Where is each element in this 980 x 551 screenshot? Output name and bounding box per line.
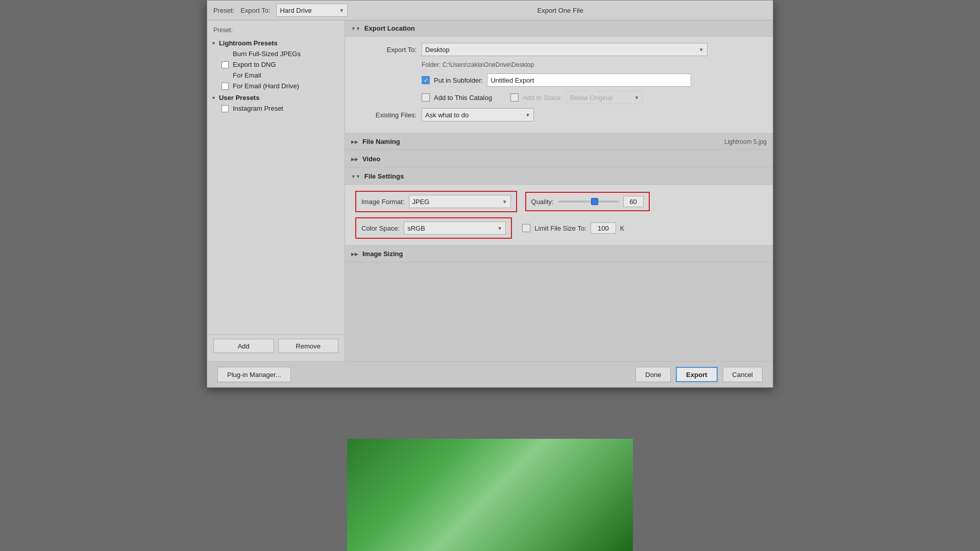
- instagram-label: Instagram Preset: [233, 105, 283, 112]
- preset-tree: ▼ Lightroom Presets Burn Full-Sized JPEG…: [207, 36, 345, 334]
- color-space-box: Color Space: sRGB ▼: [355, 217, 512, 239]
- slider-fill: [558, 201, 595, 203]
- lightroom-presets-label: Lightroom Presets: [219, 39, 278, 47]
- export-button[interactable]: Export: [676, 367, 717, 382]
- export-location-title: Export Location: [364, 24, 415, 32]
- chevron-down-icon-format: ▼: [502, 199, 507, 205]
- format-quality-row: Image Format: JPEG ▼ Quality:: [355, 191, 763, 212]
- remove-button[interactable]: Remove: [278, 339, 339, 353]
- quality-slider[interactable]: [558, 197, 619, 206]
- expand-icon-file-settings: ▼: [351, 174, 360, 179]
- for-email-hd-label: For Email (Hard Drive): [233, 82, 299, 90]
- expand-icon-lightroom: ▼: [211, 41, 216, 46]
- export-dialog: Preset: Export To: Hard Drive ▼ Export O…: [207, 0, 773, 388]
- image-format-label: Image Format:: [361, 198, 405, 206]
- limit-size-row: Limit File Size To: 100 K: [522, 222, 624, 234]
- existing-files-value: Ask what to do: [425, 111, 469, 119]
- limit-size-checkbox[interactable]: [522, 224, 530, 232]
- add-button[interactable]: Add: [213, 339, 274, 353]
- export-to-label: Export To:: [240, 7, 270, 14]
- quality-label: Quality:: [531, 198, 554, 206]
- subfolder-label: Put in Subfolder:: [434, 77, 483, 84]
- tree-group-header-lightroom[interactable]: ▼ Lightroom Presets: [207, 38, 345, 48]
- export-to-dropdown[interactable]: Desktop ▼: [422, 43, 707, 56]
- export-dng-label: Export to DNG: [233, 61, 276, 68]
- subfolder-name-input[interactable]: [487, 73, 691, 87]
- subfolder-row: ✓ Put in Subfolder:: [422, 73, 763, 87]
- export-to-row: Export To: Desktop ▼: [355, 43, 763, 56]
- chevron-down-icon: ▼: [339, 8, 345, 13]
- checkbox-export-dng[interactable]: [222, 61, 229, 68]
- sidebar-item-for-email[interactable]: For Email: [207, 70, 345, 81]
- color-space-label: Color Space:: [361, 224, 400, 232]
- video-section: ▶ Video: [345, 151, 773, 167]
- file-settings-body: Image Format: JPEG ▼ Quality:: [345, 185, 773, 245]
- color-space-select[interactable]: sRGB ▼: [404, 221, 506, 235]
- dialog-footer: Plug-in Manager... Done Export Cancel: [207, 361, 773, 387]
- catalog-checkbox[interactable]: [422, 93, 430, 102]
- sidebar-item-instagram[interactable]: Instagram Preset: [207, 103, 345, 114]
- checkbox-instagram[interactable]: [222, 105, 229, 112]
- chevron-down-icon-stack: ▼: [634, 95, 639, 101]
- footer-left: Plug-in Manager...: [217, 367, 630, 382]
- quality-value[interactable]: 60: [623, 196, 644, 207]
- image-sizing-header[interactable]: ▶ Image Sizing: [345, 246, 773, 262]
- sidebar-buttons: Add Remove: [207, 334, 345, 357]
- expand-icon-export-location: ▼: [351, 26, 360, 31]
- dialog-topbar: Preset: Export To: Hard Drive ▼ Export O…: [207, 1, 773, 20]
- export-to-select[interactable]: Hard Drive ▼: [276, 4, 348, 17]
- existing-files-label: Existing Files:: [355, 111, 416, 119]
- below-original-value: Below Original: [570, 94, 612, 102]
- chevron-down-icon-export: ▼: [699, 47, 704, 53]
- image-sizing-title: Image Sizing: [362, 250, 403, 258]
- tree-group-header-user[interactable]: ▼ User Presets: [207, 92, 345, 103]
- export-to-field-label: Export To:: [355, 46, 416, 54]
- quality-box: Quality: 60: [525, 192, 650, 211]
- slider-track: [558, 201, 619, 203]
- limit-size-value[interactable]: 100: [591, 222, 616, 234]
- file-naming-title: File Naming: [362, 138, 400, 145]
- color-space-value: sRGB: [407, 224, 425, 232]
- main-content: ▼ Export Location Export To: Desktop ▼: [345, 20, 773, 361]
- catalog-stack-row: Add to This Catalog Add to Stack: Below …: [422, 91, 763, 104]
- expand-icon-file-naming: ▶: [351, 139, 358, 144]
- add-to-catalog-label: Add to This Catalog: [434, 94, 492, 102]
- file-settings-title: File Settings: [364, 172, 404, 180]
- colorspace-limit-row: Color Space: sRGB ▼ Limit File Size To:: [355, 217, 763, 239]
- dialog-body: Preset: ▼ Lightroom Presets Burn Full-Si…: [207, 20, 773, 361]
- image-sizing-section: ▶ Image Sizing: [345, 246, 773, 262]
- cancel-button[interactable]: Cancel: [723, 367, 763, 382]
- sidebar-item-burn-jpegs[interactable]: Burn Full-Sized JPEGs: [207, 48, 345, 59]
- checkbox-burn-jpegs: [222, 51, 229, 58]
- image-format-value: JPEG: [412, 198, 430, 206]
- sidebar-item-export-dng[interactable]: Export to DNG: [207, 59, 345, 70]
- checkbox-for-email-hd[interactable]: [222, 83, 229, 90]
- file-settings-section: ▼ File Settings Image Format: JPEG ▼: [345, 168, 773, 245]
- stack-checkbox[interactable]: [510, 93, 519, 102]
- file-naming-header[interactable]: ▶ File Naming Lightroom 5.jpg: [345, 134, 773, 150]
- done-button[interactable]: Done: [635, 367, 671, 382]
- below-original-select[interactable]: Below Original ▼: [566, 91, 643, 104]
- background-image: [347, 439, 633, 551]
- preset-label: Preset:: [207, 24, 345, 36]
- checkbox-for-email: [222, 72, 229, 79]
- expand-icon-user: ▼: [211, 95, 216, 101]
- export-location-header[interactable]: ▼ Export Location: [345, 20, 773, 37]
- subfolder-checkbox[interactable]: ✓: [422, 76, 430, 84]
- file-naming-section: ▶ File Naming Lightroom 5.jpg: [345, 134, 773, 150]
- file-settings-header[interactable]: ▼ File Settings: [345, 168, 773, 185]
- chevron-down-icon-color: ▼: [497, 226, 502, 231]
- sidebar-item-for-email-hd[interactable]: For Email (Hard Drive): [207, 81, 345, 91]
- existing-files-row: Existing Files: Ask what to do ▼: [355, 108, 763, 121]
- export-location-section: ▼ Export Location Export To: Desktop ▼: [345, 20, 773, 133]
- limit-size-unit: K: [620, 224, 625, 232]
- video-header[interactable]: ▶ Video: [345, 151, 773, 167]
- plugin-manager-button[interactable]: Plug-in Manager...: [217, 367, 291, 382]
- folder-path: Folder: C:\Users\zakla\OneDrive\Desktop: [422, 61, 763, 68]
- slider-thumb[interactable]: [591, 198, 598, 205]
- existing-files-dropdown[interactable]: Ask what to do ▼: [422, 108, 534, 121]
- expand-icon-image-sizing: ▶: [351, 252, 358, 257]
- image-format-select[interactable]: JPEG ▼: [409, 195, 511, 208]
- limit-size-label: Limit File Size To:: [534, 224, 586, 232]
- chevron-down-icon-existing: ▼: [525, 112, 530, 118]
